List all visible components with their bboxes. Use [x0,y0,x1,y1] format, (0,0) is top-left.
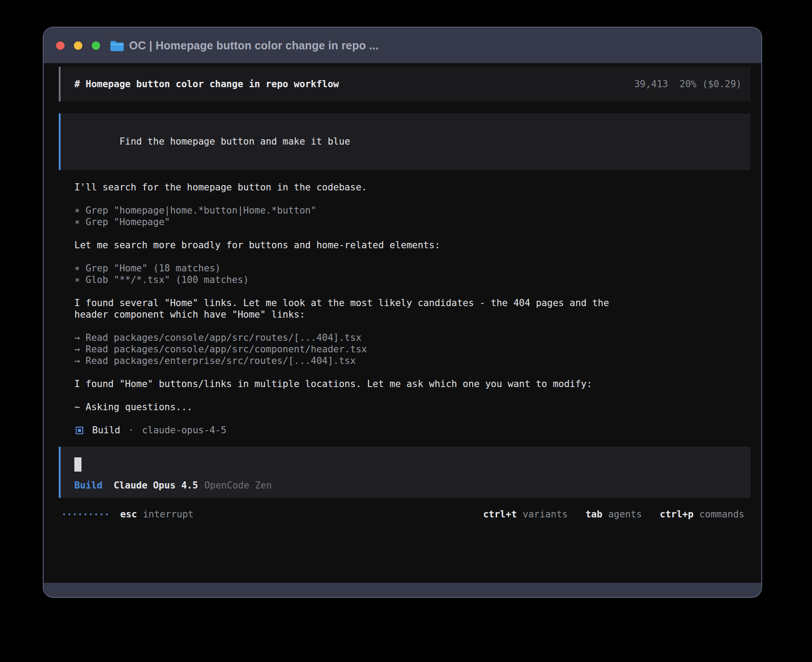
session-title: # Homepage button color change in repo w… [74,78,339,90]
prompt-input[interactable]: Build Claude Opus 4.5 OpenCode Zen [59,447,751,498]
shortcut-key: tab [585,509,602,520]
assistant-text: I found several "Home" links. Let me loo… [59,297,751,309]
provider-name: OpenCode Zen [204,480,272,491]
spinner-dot [74,513,76,515]
esc-key-hint: esc [120,509,137,520]
assistant-status-text: ~ Asking questions... [59,401,751,413]
spinner-dot [63,513,65,515]
tool-call-read: → Read packages/console/app/src/componen… [59,343,751,355]
terminal-window: OC | Homepage button color change in rep… [43,27,762,598]
shortcut-label: variants [523,509,568,520]
esc-action-label: interrupt [143,509,194,520]
tool-call-read: → Read packages/enterprise/src/routes/[.… [59,355,751,367]
status-bar: esc interrupt ctrl+t variants tab agents… [59,509,751,520]
shortcut-variants: ctrl+t variants [483,509,568,520]
terminal-content: # Homepage button color change in repo w… [44,63,761,583]
window-titlebar[interactable]: OC | Homepage button color change in rep… [44,28,761,63]
working-spinner [63,513,108,515]
spinner-dot [85,513,86,515]
assistant-text: I found "Home" buttons/links in multiple… [59,378,751,390]
agent-model-name: claude-opus-4-5 [142,424,227,436]
window-bottom-edge [44,583,761,597]
shortcut-key: ctrl+p [660,509,694,520]
minimize-button[interactable] [74,41,82,50]
tool-call-glob: ∗ Glob "**/*.tsx" (100 matches) [59,274,751,286]
agent-mode-label[interactable]: Build [74,480,102,491]
tool-call-grep: ∗ Grep "homepage|home.*button|Home.*butt… [59,205,751,216]
spinner-dot [79,513,81,515]
tool-call-grep: ∗ Grep "Home" (18 matches) [59,262,751,274]
input-status-line: Build Claude Opus 4.5 OpenCode Zen [74,480,742,491]
status-bar-left: esc interrupt [63,509,194,520]
model-name: Claude Opus 4.5 [114,480,198,491]
agent-name: Build [92,424,120,436]
assistant-text: I'll search for the homepage button in t… [59,182,751,193]
status-bar-right: ctrl+t variants tab agents ctrl+p comman… [483,509,744,520]
spinner-dot [69,513,70,515]
agent-build-icon [76,427,83,434]
session-stats: 39,413 20% ($0.29) [634,78,742,90]
agent-status-row: Build · claude-opus-4-5 [59,424,751,436]
token-count: 39,413 [634,78,668,90]
assistant-text: header component which have "Home" links… [59,309,751,320]
zoom-button[interactable] [92,41,100,50]
text-cursor [74,457,81,472]
session-cost: ($0.29) [702,78,742,90]
session-header: # Homepage button color change in repo w… [59,67,751,101]
spinner-dot [106,513,108,515]
spinner-dot [95,513,97,515]
tool-call-read: → Read packages/console/app/src/routes/[… [59,332,751,343]
spinner-dot [90,513,92,515]
traffic-lights [56,41,100,50]
close-button[interactable] [56,41,65,50]
status-separator: · [128,424,134,436]
shortcut-key: ctrl+t [483,509,517,520]
user-message-text: Find the homepage button and make it blu… [119,136,350,147]
tool-call-grep: ∗ Grep "Homepage" [59,216,751,228]
shortcut-label: commands [699,509,744,520]
shortcut-commands: ctrl+p commands [660,509,744,520]
desktop-background: OC | Homepage button color change in rep… [0,0,812,662]
assistant-text: Let me search more broadly for buttons a… [59,239,751,251]
window-title: OC | Homepage button color change in rep… [129,39,378,52]
spinner-dot [101,513,102,515]
shortcut-agents: tab agents [585,509,642,520]
context-percent: 20% [680,78,697,90]
shortcut-label: agents [608,509,642,520]
user-message: Find the homepage button and make it blu… [59,113,751,170]
folder-icon [110,40,124,51]
